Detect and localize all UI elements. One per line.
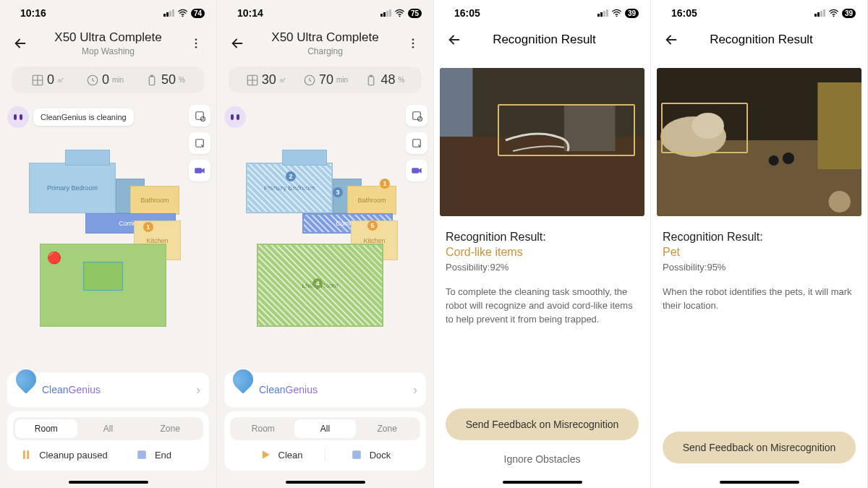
svg-rect-14 — [137, 450, 146, 459]
svg-point-15 — [399, 15, 400, 17]
svg-rect-32 — [440, 68, 472, 137]
svg-rect-38 — [817, 82, 861, 169]
tab-zone[interactable]: Zone — [356, 419, 418, 438]
play-icon — [258, 448, 273, 462]
more-button[interactable] — [404, 37, 422, 50]
status-bar: 16:05 39 — [651, 0, 867, 22]
result-value: Pet — [663, 246, 856, 259]
cleangenius-card[interactable]: CleanGenius › — [224, 372, 426, 407]
status-time: 10:14 — [237, 7, 263, 19]
svg-point-1 — [195, 38, 197, 40]
feedback-button[interactable]: Send Feedback on Misrecognition — [446, 408, 639, 440]
mode-tabs: Room All Zone — [13, 417, 203, 440]
signal-icon — [814, 9, 825, 17]
svg-rect-11 — [195, 168, 202, 174]
tab-room[interactable]: Room — [232, 419, 294, 438]
pause-button[interactable]: Cleanup paused — [19, 448, 108, 462]
detection-box — [498, 104, 635, 156]
clean-button[interactable]: Clean — [236, 448, 325, 462]
mode-tabs: Room All Zone — [230, 417, 420, 440]
cleangenius-card[interactable]: CleanGenius › — [7, 372, 209, 407]
svg-point-43 — [829, 191, 851, 213]
locate-button[interactable] — [189, 105, 210, 127]
status-bubble: CleanGenius is cleaning — [33, 108, 134, 126]
page-title: Recognition Result — [694, 33, 828, 47]
recognition-image — [657, 68, 861, 216]
svg-point-16 — [412, 38, 414, 40]
home-indicator — [69, 481, 148, 484]
wifi-icon — [394, 9, 405, 17]
svg-rect-13 — [27, 450, 29, 459]
dock-button[interactable]: Dock — [326, 448, 414, 462]
svg-rect-26 — [412, 168, 419, 174]
battery-icon: 39 — [625, 9, 639, 18]
result-probability: Possibility:92% — [446, 262, 639, 273]
robot-avatar — [7, 106, 29, 128]
recognition-image — [440, 68, 644, 216]
end-button[interactable]: End — [109, 448, 197, 462]
svg-point-34 — [833, 15, 834, 17]
svg-rect-6 — [149, 76, 155, 85]
chevron-right-icon: › — [196, 382, 200, 398]
wifi-icon — [828, 9, 839, 17]
svg-rect-7 — [151, 75, 153, 77]
svg-rect-22 — [370, 75, 373, 77]
result-probability: Possibility:95% — [663, 262, 856, 273]
svg-point-17 — [412, 43, 414, 45]
svg-point-0 — [182, 15, 183, 17]
feedback-button[interactable]: Send Feedback on Misrecognition — [663, 432, 856, 463]
signal-icon — [380, 9, 391, 17]
battery-icon: 74 — [191, 9, 205, 18]
svg-rect-21 — [369, 76, 375, 85]
tab-all[interactable]: All — [294, 419, 357, 438]
result-description: To complete the cleaning task smoothly, … — [446, 286, 639, 327]
signal-icon — [163, 9, 174, 17]
stats-panel: 0㎡ 0min 50% — [12, 67, 205, 93]
floor-map[interactable]: Primary Bedroom Bathroom Corridor Kitche… — [22, 135, 195, 365]
more-button[interactable] — [187, 37, 205, 50]
stats-panel: 30㎡ 70min 48% — [229, 67, 422, 93]
svg-rect-8 — [196, 112, 204, 120]
tab-all[interactable]: All — [77, 419, 140, 438]
status-time: 16:05 — [671, 7, 697, 19]
dock-icon — [349, 448, 364, 462]
svg-point-18 — [412, 46, 414, 48]
svg-point-3 — [195, 46, 197, 48]
tab-zone[interactable]: Zone — [139, 419, 201, 438]
svg-rect-27 — [352, 450, 361, 459]
result-description: When the robot identifies the pets, it w… — [663, 286, 856, 313]
result-value: Cord-like items — [446, 246, 639, 259]
status-time: 10:16 — [20, 7, 46, 19]
pause-icon — [19, 448, 33, 462]
svg-point-2 — [195, 43, 197, 45]
status-bar: 16:05 39 — [434, 0, 650, 22]
home-indicator — [503, 481, 582, 484]
locate-button[interactable] — [406, 105, 427, 127]
tab-room[interactable]: Room — [15, 419, 77, 438]
status-time: 16:05 — [454, 7, 480, 19]
ignore-obstacles-link[interactable]: Ignore Obstacles — [446, 448, 639, 471]
detection-box — [661, 103, 748, 153]
floor-map[interactable]: Primary Bedroom Bathroom Corridor Kitche… — [239, 135, 412, 365]
status-bar: 10:14 75 — [217, 0, 433, 22]
signal-icon — [597, 9, 608, 17]
chevron-right-icon: › — [413, 382, 417, 398]
svg-rect-12 — [23, 450, 25, 459]
back-button[interactable] — [229, 35, 246, 51]
svg-rect-23 — [413, 112, 421, 120]
result-label: Recognition Result: — [663, 231, 856, 244]
robot-avatar — [224, 106, 246, 128]
page-title: Recognition Result — [477, 33, 611, 47]
status-bar: 10:16 74 — [0, 0, 216, 22]
wifi-icon — [611, 9, 622, 17]
stop-icon — [135, 448, 149, 462]
home-indicator — [286, 481, 365, 484]
result-label: Recognition Result: — [446, 231, 639, 244]
back-button[interactable] — [12, 35, 29, 51]
svg-point-42 — [769, 155, 779, 166]
home-indicator — [720, 481, 799, 484]
wifi-icon — [177, 9, 188, 17]
back-button[interactable] — [446, 32, 463, 48]
svg-point-28 — [616, 15, 617, 17]
back-button[interactable] — [663, 32, 680, 48]
